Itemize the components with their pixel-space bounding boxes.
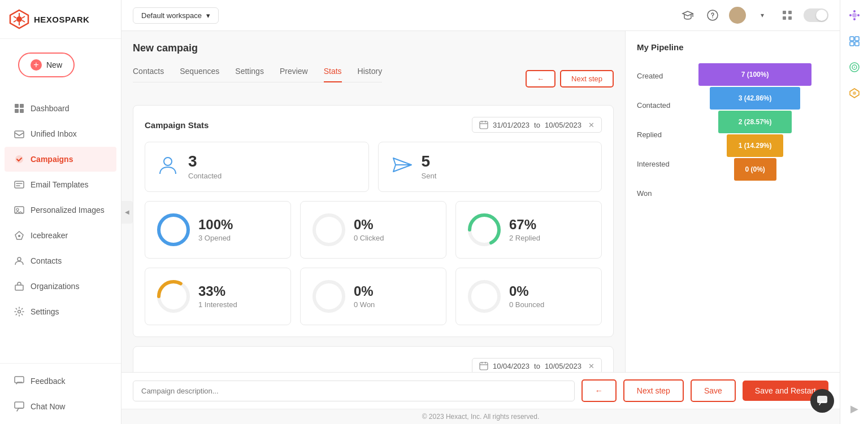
stat-card-sent: 5 Sent [378, 142, 602, 192]
svg-point-53 [853, 18, 856, 20]
back-button-bottom[interactable]: ← [581, 379, 617, 402]
sidebar-item-email-templates[interactable]: Email Templates [5, 172, 116, 197]
sidebar-item-feedback-label: Feedback [31, 377, 65, 386]
tab-settings[interactable]: Settings [235, 63, 264, 82]
sidebar-nav: Dashboard Unified Inbox Campaigns Email … [0, 91, 121, 363]
theme-toggle[interactable] [804, 8, 828, 22]
settings-icon [14, 306, 25, 317]
chart-date-close[interactable]: ✕ [588, 362, 594, 370]
campaign-description-input[interactable] [133, 381, 575, 401]
campaign-stats-section: Campaign Stats 31/01/2023 to 10/05/2023 … [133, 105, 614, 337]
clicked-percent: 0% [354, 218, 384, 231]
svg-rect-28 [788, 11, 792, 14]
sidebar-item-dashboard[interactable]: Dashboard [5, 96, 116, 121]
sidebar-item-personalized-images-label: Personalized Images [31, 206, 105, 215]
chart-date-to: 10/05/2023 [545, 362, 581, 370]
stat-card-bounced: 0% 0 Bounced [455, 268, 602, 325]
right-icon-1[interactable] [846, 7, 863, 24]
pipeline-title: My Pipeline [637, 42, 828, 52]
svg-point-44 [314, 282, 344, 311]
stat-card-interested: 33% 1 Interested [145, 268, 291, 325]
pipeline-label-contacted: Contacted [637, 90, 670, 120]
opened-label: 3 Opened [198, 234, 233, 242]
opened-percent: 100% [198, 218, 233, 231]
svg-point-46 [470, 282, 499, 311]
svg-rect-57 [855, 37, 859, 41]
sidebar-item-organizations[interactable]: Organizations [5, 274, 116, 299]
right-icon-4[interactable] [846, 85, 863, 102]
app-name: HEXOSPARK [34, 15, 89, 24]
interested-label: 1 Interested [198, 300, 237, 309]
help-icon[interactable] [704, 7, 721, 24]
svg-rect-48 [480, 362, 488, 370]
personalized-images-icon [14, 204, 25, 216]
right-icon-3[interactable] [846, 59, 863, 76]
replied-percent: 67% [509, 218, 540, 231]
interested-percent: 33% [198, 285, 237, 298]
tab-history[interactable]: History [358, 63, 383, 82]
sidebar-item-unified-inbox[interactable]: Unified Inbox [5, 121, 116, 146]
bounced-label: 0 Bounced [509, 300, 544, 309]
save-button[interactable]: Save [691, 379, 736, 402]
sidebar-item-campaigns[interactable]: Campaigns [5, 147, 116, 172]
chart-date-range-picker[interactable]: 10/04/2023 to 10/05/2023 ✕ [472, 358, 602, 372]
tab-stats[interactable]: Stats [324, 63, 342, 82]
pipeline-panel: My Pipeline CreatedContactedRepliedInter… [625, 31, 840, 372]
sidebar-item-personalized-images[interactable]: Personalized Images [5, 198, 116, 222]
tab-preview[interactable]: Preview [280, 63, 308, 82]
svg-point-18 [18, 235, 20, 237]
date-from: 31/01/2023 [493, 121, 530, 129]
organizations-icon [14, 281, 25, 292]
svg-rect-11 [20, 109, 24, 113]
next-step-button-bottom[interactable]: Next step [623, 379, 684, 402]
campaign-panel: New campaig Contacts Sequences Settings … [121, 31, 625, 372]
sidebar-collapse-toggle[interactable]: ◀ [121, 201, 133, 224]
stat-contacted-info: 3 Contacted [188, 154, 222, 180]
svg-point-51 [852, 13, 857, 18]
graduation-cap-icon[interactable] [679, 7, 696, 24]
circle-clicked [312, 213, 346, 247]
stats-grid: 100% 3 Opened 0% 0 Clicked [145, 201, 602, 325]
grid-icon[interactable] [779, 7, 796, 24]
chat-bubble-button[interactable] [810, 389, 834, 413]
svg-line-3 [22, 16, 25, 18]
chevron-down-icon[interactable]: ▾ [754, 7, 771, 24]
stat-won-info: 0% 0 Won [354, 285, 375, 309]
date-range-picker[interactable]: 31/01/2023 to 10/05/2023 ✕ [472, 117, 602, 133]
chart-date-to-label: to [534, 362, 540, 370]
next-step-button-top[interactable]: Next step [560, 70, 614, 88]
svg-point-26 [712, 18, 713, 19]
chart-calendar-icon [479, 361, 488, 370]
pipeline-content: CreatedContactedRepliedInterestedWon7 (1… [637, 61, 828, 208]
user-avatar[interactable] [729, 7, 746, 24]
stat-opened-info: 100% 3 Opened [198, 218, 233, 242]
new-button[interactable]: + New [18, 53, 75, 77]
right-expand-icon[interactable]: ▶ [846, 400, 863, 417]
back-button-top[interactable]: ← [526, 70, 555, 88]
svg-point-1 [16, 16, 22, 22]
sidebar-item-chat-now[interactable]: Chat Now [5, 394, 116, 419]
stat-interested-info: 33% 1 Interested [198, 285, 237, 309]
svg-point-38 [314, 215, 344, 244]
sidebar-item-feedback[interactable]: Feedback [5, 369, 116, 394]
svg-rect-23 [15, 402, 24, 408]
right-sidebar: ▶ [840, 0, 868, 424]
won-percent: 0% [354, 285, 375, 298]
svg-rect-12 [15, 131, 24, 138]
sidebar-item-settings[interactable]: Settings [5, 299, 116, 324]
funnel-bar-contacted: 3 (42.86%) [710, 87, 800, 110]
svg-line-6 [14, 20, 16, 22]
date-range-close[interactable]: ✕ [588, 121, 594, 129]
svg-rect-31 [480, 121, 488, 129]
sidebar-item-icebreaker[interactable]: Icebreaker [5, 223, 116, 248]
tab-contacts[interactable]: Contacts [133, 63, 164, 82]
right-icon-2[interactable] [846, 33, 863, 50]
footer-text: © 2023 Hexact, Inc. All rights reserved. [422, 413, 540, 421]
campaigns-icon [14, 154, 25, 165]
tab-sequences[interactable]: Sequences [180, 63, 219, 82]
sidebar-item-contacts[interactable]: Contacts [5, 248, 116, 273]
date-to: 10/05/2023 [545, 121, 581, 129]
sent-number: 5 [422, 154, 437, 169]
sidebar-item-contacts-label: Contacts [31, 256, 62, 265]
workspace-selector[interactable]: Default workspace ▾ [133, 7, 219, 24]
